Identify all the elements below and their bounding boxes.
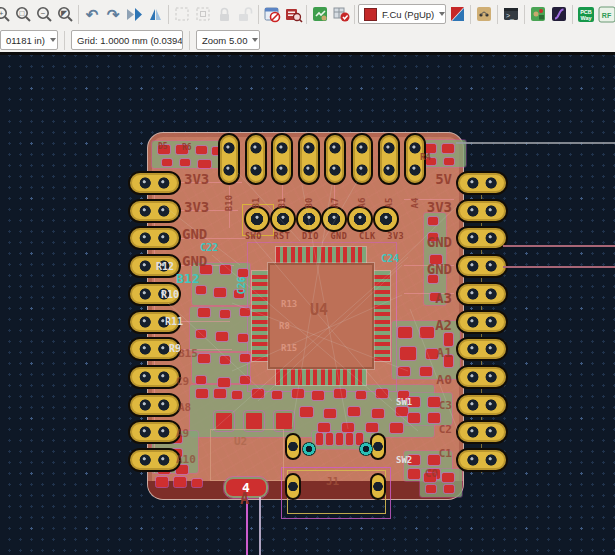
castellated-pad-right[interactable] <box>456 420 508 444</box>
castellated-pad-left[interactable] <box>128 171 181 195</box>
smd-pad[interactable] <box>426 485 436 493</box>
smd-pad[interactable] <box>220 356 230 364</box>
zoom-out-icon[interactable]: − <box>34 4 54 24</box>
smd-pad[interactable] <box>192 479 202 487</box>
smd-pad[interactable] <box>198 160 211 168</box>
smd-pad[interactable] <box>196 389 208 398</box>
group-icon[interactable] <box>172 4 192 24</box>
castellated-pad-left[interactable] <box>128 420 181 444</box>
pcbway-plugin-icon[interactable]: PCBWay <box>576 4 596 24</box>
smd-pad[interactable] <box>162 159 172 166</box>
smd-pad[interactable] <box>220 265 231 274</box>
smd-pad[interactable] <box>444 485 454 493</box>
castellated-pad-top[interactable] <box>351 133 373 185</box>
castellated-pad-right[interactable] <box>456 365 508 389</box>
castellated-pad-right[interactable] <box>456 171 508 195</box>
zoom-in-icon[interactable]: + <box>0 4 12 24</box>
smd-pad[interactable] <box>372 409 384 418</box>
smd-pad-large[interactable] <box>244 411 264 431</box>
smd-pad[interactable] <box>196 146 207 154</box>
castellated-pad-top[interactable] <box>404 133 426 185</box>
rotate-ccw-icon[interactable]: ↶ <box>82 4 102 24</box>
smd-pad[interactable] <box>408 397 420 407</box>
smd-pad[interactable] <box>196 330 206 338</box>
zoom-to-fit-icon[interactable]: □ <box>13 4 33 24</box>
smd-pad[interactable] <box>156 477 168 487</box>
smd-pad[interactable] <box>442 144 454 153</box>
smd-pad[interactable] <box>428 397 440 407</box>
smd-pad[interactable] <box>356 391 366 399</box>
smd-pad[interactable] <box>300 407 313 417</box>
smd-pad[interactable] <box>390 423 403 433</box>
smd-pad[interactable] <box>238 269 248 277</box>
smd-pad[interactable] <box>326 433 333 445</box>
smd-pad[interactable] <box>420 327 434 338</box>
castellated-pad-top[interactable] <box>218 133 240 185</box>
swd-pad[interactable] <box>270 206 296 232</box>
smd-pad[interactable] <box>158 145 170 154</box>
rotate-cw-icon[interactable]: ↷ <box>103 4 123 24</box>
scripting-console-icon[interactable]: >_ <box>501 4 521 24</box>
castellated-pad-left[interactable] <box>128 254 181 278</box>
unlock-icon[interactable] <box>235 4 255 24</box>
usb-mount-pad[interactable] <box>285 433 301 460</box>
zoom-dropdown[interactable]: Zoom 5.00 <box>196 30 260 50</box>
smd-pad[interactable] <box>218 378 230 387</box>
net-inspector-icon[interactable] <box>283 4 303 24</box>
smd-pad[interactable] <box>174 477 186 487</box>
update-footprints-icon[interactable] <box>310 4 330 24</box>
via[interactable] <box>302 442 316 456</box>
smd-pad[interactable] <box>396 407 408 416</box>
layer-select-dropdown[interactable]: F.Cu (PgUp) <box>358 4 446 24</box>
smd-pad[interactable] <box>442 473 454 482</box>
drc-exclusions-icon[interactable] <box>262 4 282 24</box>
castellated-pad-right[interactable] <box>456 393 508 417</box>
layer-pair-icon[interactable] <box>447 4 467 24</box>
smd-pad[interactable] <box>252 389 264 398</box>
pad-4[interactable]: 4 <box>224 477 268 498</box>
castellated-pad-right[interactable] <box>456 337 508 361</box>
smd-pad[interactable] <box>220 310 230 318</box>
zoom-to-selection-icon[interactable]: ◤ <box>55 4 75 24</box>
smd-pad[interactable] <box>366 423 378 432</box>
smd-pad[interactable] <box>240 308 250 316</box>
smd-pad[interactable] <box>234 290 244 298</box>
smd-pad[interactable] <box>232 391 242 399</box>
castellated-pad-top[interactable] <box>298 133 320 185</box>
smd-pad[interactable] <box>240 354 250 362</box>
smd-pad[interactable] <box>198 308 210 317</box>
interactive-router-icon[interactable] <box>474 4 494 24</box>
plugin-curved-tracks-icon[interactable] <box>549 4 569 24</box>
smd-pad[interactable] <box>428 413 440 423</box>
smd-pad[interactable] <box>292 389 304 398</box>
smd-pad[interactable] <box>180 159 190 166</box>
plugin-rf-tools-icon[interactable]: RF <box>597 4 615 24</box>
smd-pad[interactable] <box>428 217 438 225</box>
smd-pad[interactable] <box>198 354 210 363</box>
smd-pad[interactable] <box>324 409 336 418</box>
smd-pad[interactable] <box>318 423 330 432</box>
smd-pad[interactable] <box>214 288 226 297</box>
smd-pad[interactable] <box>214 389 226 398</box>
smd-pad[interactable] <box>428 455 440 465</box>
swd-pad[interactable] <box>244 206 270 232</box>
castellated-pad-left[interactable] <box>128 393 181 417</box>
smd-pad[interactable] <box>444 355 453 367</box>
smd-pad[interactable] <box>398 367 410 376</box>
smd-pad[interactable] <box>444 333 453 346</box>
castellated-pad-right[interactable] <box>456 282 508 306</box>
smd-pad[interactable] <box>238 334 248 342</box>
castellated-pad-left[interactable] <box>128 337 181 361</box>
plugin-footprint-icon[interactable] <box>528 4 548 24</box>
castellated-pad-left[interactable] <box>128 226 181 250</box>
smd-pad[interactable] <box>346 433 353 445</box>
smd-pad[interactable] <box>424 473 436 482</box>
smd-pad[interactable] <box>398 327 412 338</box>
smd-pad[interactable] <box>176 145 188 154</box>
smd-pad[interactable] <box>316 433 323 445</box>
via[interactable] <box>359 442 373 456</box>
castellated-pad-top[interactable] <box>324 133 346 185</box>
castellated-pad-right[interactable] <box>456 254 508 278</box>
castellated-pad-right[interactable] <box>456 448 508 472</box>
castellated-pad-left[interactable] <box>128 365 181 389</box>
